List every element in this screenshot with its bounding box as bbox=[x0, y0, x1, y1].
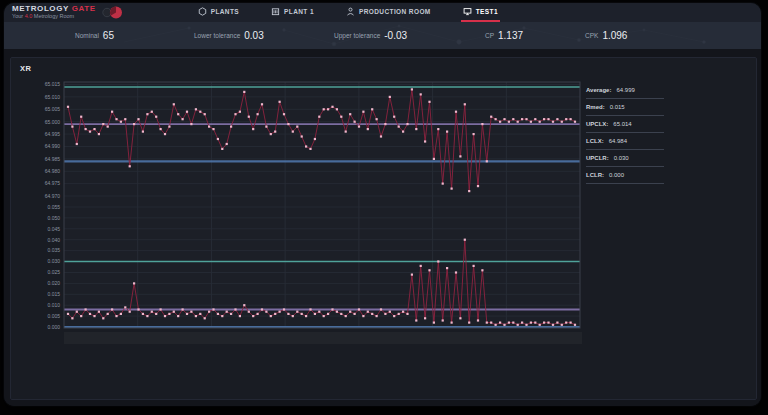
svg-text:0.010: 0.010 bbox=[47, 302, 60, 308]
stat-label: Lower tolerance bbox=[194, 32, 240, 39]
stat-value: 65 bbox=[103, 30, 114, 41]
legend-value: 0.000 bbox=[609, 172, 624, 178]
svg-text:0.045: 0.045 bbox=[47, 226, 60, 232]
x-axis-strip bbox=[64, 332, 582, 344]
menu-item-label: PLANTS bbox=[211, 8, 239, 15]
stat-label: Nominal bbox=[75, 32, 99, 39]
svg-text:65.015: 65.015 bbox=[45, 81, 61, 87]
svg-text:0.000: 0.000 bbox=[47, 324, 60, 330]
stat-value: -0.03 bbox=[384, 30, 407, 41]
legend-label: LCLR: bbox=[586, 172, 604, 178]
stat-nominal: Nominal65 bbox=[75, 22, 114, 49]
menu-item-label: TEST1 bbox=[476, 8, 498, 15]
menu-item-plants[interactable]: PLANTS bbox=[196, 3, 241, 22]
svg-text:64.985: 64.985 bbox=[45, 156, 61, 162]
svg-text:0.005: 0.005 bbox=[47, 313, 60, 319]
svg-text:64.970: 64.970 bbox=[45, 193, 61, 199]
legend-value: 64.999 bbox=[616, 87, 634, 93]
menu-item-test1[interactable]: TEST1 bbox=[461, 3, 500, 22]
chart-legend: Average:64.999Rmed:0.015UPCLX:65.014LCLX… bbox=[586, 82, 664, 184]
stat-label: CPK bbox=[585, 32, 598, 39]
legend-label: UPCLR: bbox=[586, 155, 609, 161]
logo-title-main: METROLOGY bbox=[12, 4, 69, 13]
svg-text:0.035: 0.035 bbox=[47, 247, 60, 253]
xr-plot-area[interactable]: 65.01565.01065.00565.00064.99564.99064.9… bbox=[28, 80, 582, 334]
legend-row-lclr: LCLR:0.000 bbox=[586, 167, 664, 184]
legend-label: UPCLX: bbox=[586, 121, 608, 127]
svg-text:0.055: 0.055 bbox=[47, 204, 60, 210]
logo-subtitle: Your 4.0 Metrology Room bbox=[12, 14, 96, 20]
app-logo[interactable]: METROLOGY GATE Your 4.0 Metrology Room bbox=[12, 5, 124, 20]
logo-title: METROLOGY GATE bbox=[12, 5, 96, 13]
svg-text:65.000: 65.000 bbox=[45, 119, 61, 125]
svg-text:64.975: 64.975 bbox=[45, 180, 61, 186]
stat-label: CP bbox=[485, 32, 494, 39]
app-window: METROLOGY GATE Your 4.0 Metrology Room P… bbox=[4, 3, 761, 406]
legend-value: 0.015 bbox=[610, 104, 625, 110]
legend-row-upclr: UPCLR:0.030 bbox=[586, 150, 664, 167]
legend-label: LCLX: bbox=[586, 138, 604, 144]
svg-text:64.980: 64.980 bbox=[45, 168, 61, 174]
svg-text:0.030: 0.030 bbox=[47, 258, 60, 264]
menu-item-plant-1[interactable]: PLANT 1 bbox=[269, 3, 316, 22]
tolerance-stats-bar: Nominal65Lower tolerance0.03Upper tolera… bbox=[4, 22, 761, 49]
main-content: XR 65.01565.01065.00565.00064.99564.9906… bbox=[4, 49, 761, 406]
svg-text:64.990: 64.990 bbox=[45, 143, 61, 149]
stat-lower-tolerance: Lower tolerance0.03 bbox=[194, 22, 264, 49]
svg-text:0.050: 0.050 bbox=[47, 215, 60, 221]
menu-item-production-room[interactable]: PRODUCTION ROOM bbox=[344, 3, 433, 22]
chart-title: XR bbox=[20, 64, 31, 73]
svg-text:0.015: 0.015 bbox=[47, 291, 60, 297]
stat-label: Upper tolerance bbox=[334, 32, 380, 39]
stat-value: 1.137 bbox=[498, 30, 523, 41]
top-navigation-bar: METROLOGY GATE Your 4.0 Metrology Room P… bbox=[4, 3, 761, 22]
menu-item-label: PRODUCTION ROOM bbox=[359, 8, 431, 15]
production-room-icon bbox=[346, 7, 355, 16]
stat-cpk: CPK1.096 bbox=[585, 22, 627, 49]
plant-icon bbox=[271, 7, 280, 16]
plants-icon bbox=[198, 7, 207, 16]
legend-value: 64.984 bbox=[609, 138, 627, 144]
svg-text:0.040: 0.040 bbox=[47, 237, 60, 243]
logo-title-accent: GATE bbox=[72, 4, 96, 13]
stat-upper-tolerance: Upper tolerance-0.03 bbox=[334, 22, 407, 49]
legend-row-upclx: UPCLX:65.014 bbox=[586, 116, 664, 133]
svg-text:65.005: 65.005 bbox=[45, 106, 61, 112]
stat-value: 1.096 bbox=[602, 30, 627, 41]
legend-label: Rmed: bbox=[586, 104, 605, 110]
main-menu: PLANTSPLANT 1PRODUCTION ROOMTEST1 bbox=[196, 3, 500, 22]
legend-value: 65.014 bbox=[613, 121, 631, 127]
logo-pie-icon bbox=[100, 5, 124, 20]
stat-value: 0.03 bbox=[244, 30, 263, 41]
menu-item-label: PLANT 1 bbox=[284, 8, 314, 15]
test-icon bbox=[463, 7, 472, 16]
legend-value: 0.030 bbox=[614, 155, 629, 161]
legend-row-rmed: Rmed:0.015 bbox=[586, 99, 664, 116]
svg-text:0.020: 0.020 bbox=[47, 280, 60, 286]
svg-text:64.995: 64.995 bbox=[45, 131, 61, 137]
stat-cp: CP1.137 bbox=[485, 22, 523, 49]
legend-row-lclx: LCLX:64.984 bbox=[586, 133, 664, 150]
xr-chart-panel: XR 65.01565.01065.00565.00064.99564.9906… bbox=[10, 57, 757, 400]
legend-label: Average: bbox=[586, 87, 611, 93]
svg-text:0.025: 0.025 bbox=[47, 269, 60, 275]
svg-text:65.010: 65.010 bbox=[45, 94, 61, 100]
xr-plot-svg: 65.01565.01065.00565.00064.99564.99064.9… bbox=[28, 80, 582, 330]
legend-row-average: Average:64.999 bbox=[586, 82, 664, 99]
